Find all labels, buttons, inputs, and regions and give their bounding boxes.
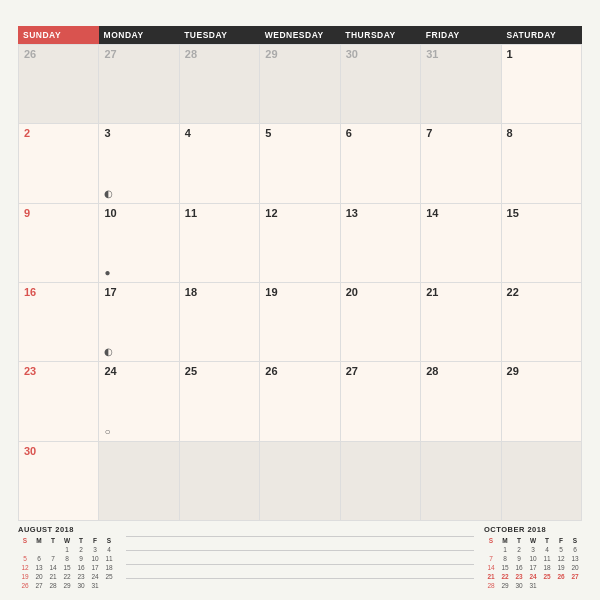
mini-cal-cell: 29: [60, 581, 74, 590]
day-number: 2: [24, 127, 93, 139]
day-number: 23: [24, 365, 93, 377]
mini-cal-cell: 18: [102, 563, 116, 572]
mini-cal-cell: [102, 581, 116, 590]
mini-cal-cell: 9: [512, 554, 526, 563]
mini-cal-cell: 8: [498, 554, 512, 563]
day-number: 12: [265, 207, 334, 219]
day-number: 27: [346, 365, 415, 377]
mini-cal-cell: 23: [74, 572, 88, 581]
day-number: 18: [185, 286, 254, 298]
mini-cal-header: S: [102, 536, 116, 545]
mini-cal-cell: [540, 581, 554, 590]
mini-cal-cell: 4: [102, 545, 116, 554]
cal-cell: 10●: [99, 204, 179, 283]
cal-cell: 20: [341, 283, 421, 362]
mini-cal-header: T: [512, 536, 526, 545]
mini-cal-cell: [46, 545, 60, 554]
cal-cell: 25: [180, 362, 260, 441]
cal-cell: 8: [502, 124, 582, 203]
mini-cal-header: S: [568, 536, 582, 545]
cal-cell: 9: [19, 204, 99, 283]
header-thursday: THURSDAY: [340, 26, 421, 44]
cal-cell: 3◐: [99, 124, 179, 203]
day-number: 10: [104, 207, 173, 219]
mini-cal-title: AUGUST 2018: [18, 525, 116, 534]
cal-cell: 16: [19, 283, 99, 362]
mini-cal-cell: 25: [540, 572, 554, 581]
mini-cal-cell: 18: [540, 563, 554, 572]
mini-cal-cell: 30: [512, 581, 526, 590]
day-number: 14: [426, 207, 495, 219]
cal-cell: 28: [180, 45, 260, 124]
note-line: [126, 525, 474, 537]
notes-section: [126, 525, 474, 581]
mini-cal-cell: [554, 581, 568, 590]
cal-cell: 29: [502, 362, 582, 441]
cal-cell: [341, 442, 421, 521]
cal-cell: 4: [180, 124, 260, 203]
cal-cell: [180, 442, 260, 521]
mini-cal-cell: 3: [526, 545, 540, 554]
note-line: [126, 539, 474, 551]
day-number: 6: [346, 127, 415, 139]
mini-cal-cell: 23: [512, 572, 526, 581]
mini-cal-cell: 15: [498, 563, 512, 572]
mini-cal-cell: 30: [74, 581, 88, 590]
moon-phase-icon: ○: [104, 426, 110, 437]
mini-cal-cell: [32, 545, 46, 554]
header-tuesday: TUESDAY: [179, 26, 260, 44]
day-number: 7: [426, 127, 495, 139]
note-line: [126, 553, 474, 565]
mini-cal-cell: 20: [568, 563, 582, 572]
day-number: 30: [346, 48, 415, 60]
mini-cal-header: W: [526, 536, 540, 545]
mini-cal-cell: 28: [484, 581, 498, 590]
day-number: 13: [346, 207, 415, 219]
calendar-page: SUNDAY MONDAY TUESDAY WEDNESDAY THURSDAY…: [0, 0, 600, 600]
cal-cell: [260, 442, 340, 521]
day-number: 31: [426, 48, 495, 60]
cal-cell: 14: [421, 204, 501, 283]
mini-cal-cell: 12: [18, 563, 32, 572]
cal-cell: 30: [341, 45, 421, 124]
note-line: [126, 567, 474, 579]
mini-cal-cell: 11: [540, 554, 554, 563]
cal-cell: 21: [421, 283, 501, 362]
mini-cal-cell: 13: [32, 563, 46, 572]
mini-cal-cell: 20: [32, 572, 46, 581]
mini-cal-cell: 14: [484, 563, 498, 572]
mini-cal-cell: 3: [88, 545, 102, 554]
cal-cell: 2: [19, 124, 99, 203]
day-number: 9: [24, 207, 93, 219]
cal-cell: [502, 442, 582, 521]
mini-cal-cell: 8: [60, 554, 74, 563]
day-number: 4: [185, 127, 254, 139]
mini-cal-cell: 5: [554, 545, 568, 554]
cal-cell: 26: [19, 45, 99, 124]
mini-cal-cell: [568, 581, 582, 590]
mini-cal-cell: 5: [18, 554, 32, 563]
cal-cell: 19: [260, 283, 340, 362]
mini-cal-cell: 1: [498, 545, 512, 554]
mini-cal-header: T: [46, 536, 60, 545]
moon-phase-icon: ●: [104, 267, 110, 278]
day-number: 29: [507, 365, 576, 377]
mini-cal-cell: 27: [32, 581, 46, 590]
day-number: 19: [265, 286, 334, 298]
mini-cal-cell: 24: [88, 572, 102, 581]
mini-cal-cell: 17: [88, 563, 102, 572]
mini-cal-cell: 12: [554, 554, 568, 563]
mini-cal-header: S: [484, 536, 498, 545]
mini-cal-cell: 24: [526, 572, 540, 581]
mini-cal-cell: 29: [498, 581, 512, 590]
day-number: 8: [507, 127, 576, 139]
mini-cal-cell: 6: [32, 554, 46, 563]
mini-cal-cell: 19: [18, 572, 32, 581]
day-number: 17: [104, 286, 173, 298]
mini-cal-cell: 31: [526, 581, 540, 590]
day-number: 25: [185, 365, 254, 377]
moon-phase-icon: ◐: [104, 188, 113, 199]
cal-cell: 11: [180, 204, 260, 283]
mini-cal-header: W: [60, 536, 74, 545]
mini-cal-cell: 4: [540, 545, 554, 554]
